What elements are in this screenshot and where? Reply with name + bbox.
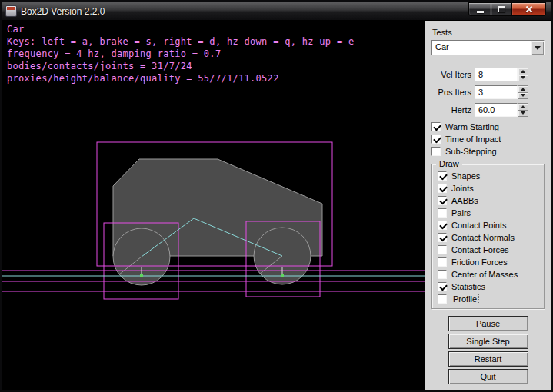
app-icon [5, 5, 17, 17]
rear-contact-point [140, 274, 143, 277]
hertz-down-button[interactable] [518, 111, 528, 118]
hertz-spinner: Hertz 60.0 [431, 103, 545, 117]
pos-iters-input[interactable]: 3 [475, 85, 518, 99]
pos-iters-label: Pos Iters [431, 88, 471, 97]
contact-normals-label: Contact Normals [451, 233, 515, 242]
window-content: Car Keys: left = a, brake = s, right = d… [2, 21, 551, 390]
pause-button[interactable]: Pause [448, 316, 528, 331]
tests-dropdown[interactable]: Car [431, 40, 545, 55]
front-contact-point [281, 274, 284, 277]
draw-group-label: Draw [436, 159, 462, 168]
single-step-button[interactable]: Single Step [448, 334, 528, 349]
maximize-button[interactable] [491, 2, 512, 16]
pairs-checkbox[interactable] [438, 208, 447, 218]
checkbox-friction-forces[interactable]: Friction Forces [438, 256, 541, 268]
time-of-impact-label: Time of Impact [445, 135, 501, 144]
vel-iters-input[interactable]: 8 [475, 68, 518, 81]
statistics-checkbox[interactable] [438, 282, 447, 291]
sub-stepping-checkbox[interactable] [431, 147, 441, 156]
pos-iters-up-button[interactable] [518, 85, 528, 93]
checkbox-contact-normals[interactable]: Contact Normals [438, 231, 541, 244]
arrow-down-icon [521, 94, 525, 97]
shapes-checkbox[interactable] [438, 171, 447, 181]
checkbox-aabbs[interactable]: AABBs [438, 194, 541, 207]
friction-forces-checkbox[interactable] [438, 257, 447, 267]
friction-forces-label: Friction Forces [451, 257, 508, 267]
checkbox-pairs[interactable]: Pairs [438, 207, 541, 219]
aabbs-checkbox[interactable] [438, 196, 447, 205]
statistics-label: Statistics [451, 282, 485, 291]
joints-label: Joints [451, 184, 474, 193]
vel-iters-spinner: Vel Iters 8 [431, 68, 545, 81]
pos-iters-spin-buttons [518, 85, 528, 99]
vel-iters-up-button[interactable] [518, 68, 528, 75]
vel-iters-label: Vel Iters [431, 70, 471, 79]
contact-points-label: Contact Points [451, 221, 507, 230]
center-of-masses-checkbox[interactable] [438, 270, 447, 279]
tests-dropdown-arrow-button[interactable] [531, 41, 544, 55]
chevron-down-icon [535, 46, 541, 50]
window-title: Box2D Version 2.2.0 [21, 6, 105, 17]
hertz-label: Hertz [431, 105, 471, 115]
control-panel: Tests Car Vel Iters 8 Pos Iters 3 [425, 21, 551, 390]
profile-checkbox[interactable] [438, 294, 447, 304]
checkbox-center-of-masses[interactable]: Center of Masses [438, 268, 541, 281]
close-button[interactable] [512, 2, 546, 16]
app-window: Box2D Version 2.2.0 [0, 0, 553, 392]
window-controls [468, 2, 546, 16]
sub-stepping-label: Sub-Stepping [445, 147, 497, 156]
maximize-icon [498, 6, 505, 12]
debug-draw-scene: Car Keys: left = a, brake = s, right = d… [2, 21, 425, 390]
joints-checkbox[interactable] [438, 184, 447, 193]
contact-points-checkbox[interactable] [438, 221, 447, 230]
hertz-up-button[interactable] [518, 103, 528, 111]
checkbox-shapes[interactable]: Shapes [438, 170, 541, 182]
pos-iters-spinner: Pos Iters 3 [431, 85, 545, 99]
warm-starting-checkbox[interactable] [431, 122, 441, 131]
close-icon [525, 5, 534, 14]
checkbox-statistics[interactable]: Statistics [438, 281, 541, 293]
warm-starting-label: Warm Starting [445, 122, 499, 131]
checkbox-joints[interactable]: Joints [438, 182, 541, 194]
simulation-canvas[interactable]: Car Keys: left = a, brake = s, right = d… [2, 21, 425, 390]
center-of-masses-label: Center of Masses [451, 270, 518, 279]
restart-button[interactable]: Restart [448, 351, 528, 367]
contact-forces-label: Contact Forces [451, 245, 509, 254]
aabbs-label: AABBs [451, 196, 478, 205]
hertz-input[interactable]: 60.0 [475, 103, 518, 117]
arrow-up-icon [521, 70, 525, 73]
overlay-proxy-stats: proxies/height/balance/quality = 55/7/1/… [7, 73, 279, 84]
checkbox-sub-stepping[interactable]: Sub-Stepping [431, 145, 545, 158]
draw-group: Draw Shapes Joints AABBs Pairs [431, 164, 545, 309]
quit-button[interactable]: Quit [448, 369, 528, 384]
hertz-spin-buttons [518, 103, 528, 117]
overlay-keys: Keys: left = a, brake = s, right = d, hz… [7, 36, 354, 47]
pairs-label: Pairs [451, 208, 471, 218]
arrow-up-icon [521, 105, 525, 108]
action-buttons: Pause Single Step Restart Quit [431, 316, 545, 384]
overlay-test-name: Car [7, 24, 25, 35]
checkbox-time-of-impact[interactable]: Time of Impact [431, 133, 545, 145]
tests-dropdown-value: Car [432, 41, 531, 55]
arrow-up-icon [521, 88, 525, 91]
arrow-down-icon [521, 111, 525, 115]
checkbox-warm-starting[interactable]: Warm Starting [431, 121, 545, 133]
minimize-icon [477, 11, 484, 13]
overlay-body-stats: bodies/contacts/joints = 31/7/24 [7, 61, 192, 71]
contact-forces-checkbox[interactable] [438, 245, 447, 254]
title-bar[interactable]: Box2D Version 2.2.0 [2, 2, 551, 21]
checkbox-contact-points[interactable]: Contact Points [438, 219, 541, 231]
vel-iters-down-button[interactable] [518, 75, 528, 82]
contact-normals-checkbox[interactable] [438, 233, 447, 242]
shapes-label: Shapes [451, 171, 480, 181]
tests-label: Tests [432, 28, 545, 37]
checkbox-contact-forces[interactable]: Contact Forces [438, 244, 541, 256]
minimize-button[interactable] [468, 2, 491, 16]
time-of-impact-checkbox[interactable] [431, 135, 441, 144]
checkbox-profile[interactable]: Profile [438, 293, 541, 305]
pos-iters-down-button[interactable] [518, 93, 528, 100]
vel-iters-spin-buttons [518, 68, 528, 81]
profile-label: Profile [451, 294, 478, 304]
overlay-frequency: frequency = 4 hz, damping ratio = 0.7 [7, 48, 221, 59]
arrow-down-icon [521, 76, 525, 79]
